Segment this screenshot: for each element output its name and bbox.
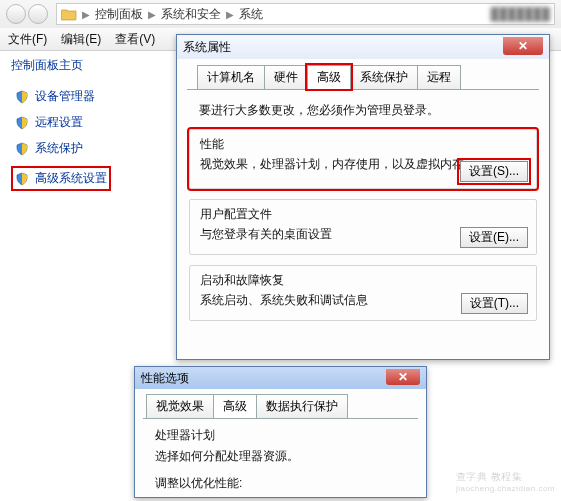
dialog-title: 系统属性 — [183, 39, 231, 56]
menu-edit[interactable]: 编辑(E) — [61, 31, 101, 48]
watermark-line2: jiaocheng.chazidian.com — [456, 484, 555, 493]
sidebar: 控制面板主页 设备管理器 远程设置 系统保护 高级系统设置 — [11, 57, 191, 191]
group-title: 启动和故障恢复 — [200, 272, 526, 289]
shield-icon — [15, 142, 29, 156]
watermark: 查字典 教程集 jiaocheng.chazidian.com — [456, 470, 555, 493]
tab-dep[interactable]: 数据执行保护 — [256, 394, 348, 418]
menu-view[interactable]: 查看(V) — [115, 31, 155, 48]
sidebar-item-protection[interactable]: 系统保护 — [15, 140, 187, 157]
sidebar-item-label: 设备管理器 — [35, 88, 95, 105]
chevron-right-icon: ▶ — [82, 9, 90, 20]
tab-remote[interactable]: 远程 — [417, 65, 461, 89]
section-title: 处理器计划 — [155, 427, 426, 444]
watermark-line1: 查字典 教程集 — [456, 470, 555, 484]
adjust-label: 调整以优化性能: — [155, 475, 426, 492]
performance-group: 性能 视觉效果，处理器计划，内存使用，以及虚拟内存 设置(S)... — [189, 129, 537, 189]
group-title: 性能 — [200, 136, 526, 153]
close-button[interactable]: ✕ — [386, 369, 420, 385]
shield-icon — [15, 116, 29, 130]
tab-advanced[interactable]: 高级 — [213, 394, 257, 418]
startup-recovery-group: 启动和故障恢复 系统启动、系统失败和调试信息 设置(T)... — [189, 265, 537, 321]
breadcrumb[interactable]: 系统 — [239, 6, 263, 23]
system-properties-dialog: 系统属性 ✕ 计算机名 硬件 高级 系统保护 远程 要进行大多数更改，您必须作为… — [176, 34, 550, 360]
settings-button-userprofile[interactable]: 设置(E)... — [460, 227, 528, 248]
admin-note: 要进行大多数更改，您必须作为管理员登录。 — [199, 102, 549, 119]
close-button[interactable]: ✕ — [503, 37, 543, 55]
dialog-title: 性能选项 — [141, 370, 189, 387]
sidebar-item-label: 系统保护 — [35, 140, 83, 157]
chevron-right-icon: ▶ — [226, 9, 234, 20]
folder-icon — [61, 7, 77, 21]
section-desc: 选择如何分配处理器资源。 — [155, 448, 426, 465]
address-bar[interactable]: ▶ 控制面板 ▶ 系统和安全 ▶ 系统 ███████ — [56, 3, 555, 25]
shield-icon — [15, 90, 29, 104]
back-button[interactable] — [6, 4, 26, 24]
tab-strip: 视觉效果 高级 数据执行保护 — [146, 394, 426, 418]
sidebar-item-label: 远程设置 — [35, 114, 83, 131]
dialog-titlebar: 性能选项 ✕ — [135, 367, 426, 389]
sidebar-item-label: 高级系统设置 — [35, 170, 107, 187]
tab-protection[interactable]: 系统保护 — [350, 65, 418, 89]
performance-options-dialog: 性能选项 ✕ 视觉效果 高级 数据执行保护 处理器计划 选择如何分配处理器资源。… — [134, 366, 427, 498]
cp-home-link[interactable]: 控制面板主页 — [11, 57, 191, 74]
breadcrumb[interactable]: 控制面板 — [95, 6, 143, 23]
tab-hardware[interactable]: 硬件 — [264, 65, 308, 89]
menu-file[interactable]: 文件(F) — [8, 31, 47, 48]
tab-strip: 计算机名 硬件 高级 系统保护 远程 — [197, 65, 549, 89]
settings-button-performance[interactable]: 设置(S)... — [460, 161, 528, 182]
settings-button-startup[interactable]: 设置(T)... — [461, 293, 528, 314]
sidebar-item-remote[interactable]: 远程设置 — [15, 114, 187, 131]
chevron-right-icon: ▶ — [148, 9, 156, 20]
tab-computer-name[interactable]: 计算机名 — [197, 65, 265, 89]
shield-icon — [15, 172, 29, 186]
blurred-text: ███████ — [490, 7, 550, 21]
highlight-annotation: 高级系统设置 — [11, 166, 111, 191]
explorer-toolbar: ▶ 控制面板 ▶ 系统和安全 ▶ 系统 ███████ — [0, 0, 561, 28]
sidebar-item-advanced[interactable]: 高级系统设置 — [15, 170, 107, 187]
sidebar-item-device-manager[interactable]: 设备管理器 — [15, 88, 187, 105]
tab-visual-effects[interactable]: 视觉效果 — [146, 394, 214, 418]
group-title: 用户配置文件 — [200, 206, 526, 223]
dialog-titlebar: 系统属性 ✕ — [177, 35, 549, 59]
breadcrumb[interactable]: 系统和安全 — [161, 6, 221, 23]
user-profile-group: 用户配置文件 与您登录有关的桌面设置 设置(E)... — [189, 199, 537, 255]
nav-buttons — [6, 4, 50, 24]
tab-advanced[interactable]: 高级 — [307, 65, 351, 89]
forward-button[interactable] — [28, 4, 48, 24]
